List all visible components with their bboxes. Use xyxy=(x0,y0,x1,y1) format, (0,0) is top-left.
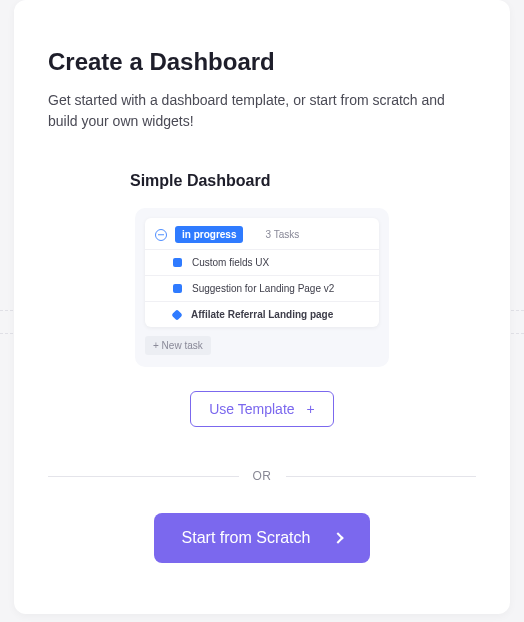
task-row: Affilate Referral Landing page xyxy=(145,301,379,327)
task-label: Affilate Referral Landing page xyxy=(191,309,333,320)
task-row: Suggestion for Landing Page v2 xyxy=(145,275,379,301)
create-dashboard-card: Create a Dashboard Get started with a da… xyxy=(14,0,510,614)
page-title: Create a Dashboard xyxy=(48,48,476,76)
divider: OR xyxy=(48,469,476,483)
task-row: Custom fields UX xyxy=(145,249,379,275)
page-subtitle: Get started with a dashboard template, o… xyxy=(48,90,476,132)
chevron-right-icon xyxy=(333,532,344,543)
collapse-icon xyxy=(155,229,167,241)
template-section: Simple Dashboard in progress 3 Tasks Cus… xyxy=(48,172,476,427)
status-pill: in progress xyxy=(175,226,243,243)
task-status-icon xyxy=(173,284,182,293)
start-from-scratch-button[interactable]: Start from Scratch xyxy=(154,513,371,563)
divider-line xyxy=(48,476,239,477)
template-name: Simple Dashboard xyxy=(130,172,476,190)
use-template-label: Use Template xyxy=(209,401,294,417)
use-template-button[interactable]: Use Template + xyxy=(190,391,334,427)
task-status-icon xyxy=(173,258,182,267)
task-milestone-icon xyxy=(171,309,182,320)
new-task-button: + New task xyxy=(145,336,211,355)
divider-line xyxy=(286,476,477,477)
tasks-count: 3 Tasks xyxy=(265,229,299,240)
template-preview: in progress 3 Tasks Custom fields UX Sug… xyxy=(135,208,389,367)
scratch-button-label: Start from Scratch xyxy=(182,529,311,547)
new-task-area: + New task xyxy=(145,335,379,355)
task-label: Custom fields UX xyxy=(192,257,269,268)
task-label: Suggestion for Landing Page v2 xyxy=(192,283,334,294)
divider-text: OR xyxy=(253,469,272,483)
preview-header: in progress 3 Tasks xyxy=(145,218,379,249)
preview-widget: in progress 3 Tasks Custom fields UX Sug… xyxy=(145,218,379,327)
plus-icon: + xyxy=(307,402,315,416)
